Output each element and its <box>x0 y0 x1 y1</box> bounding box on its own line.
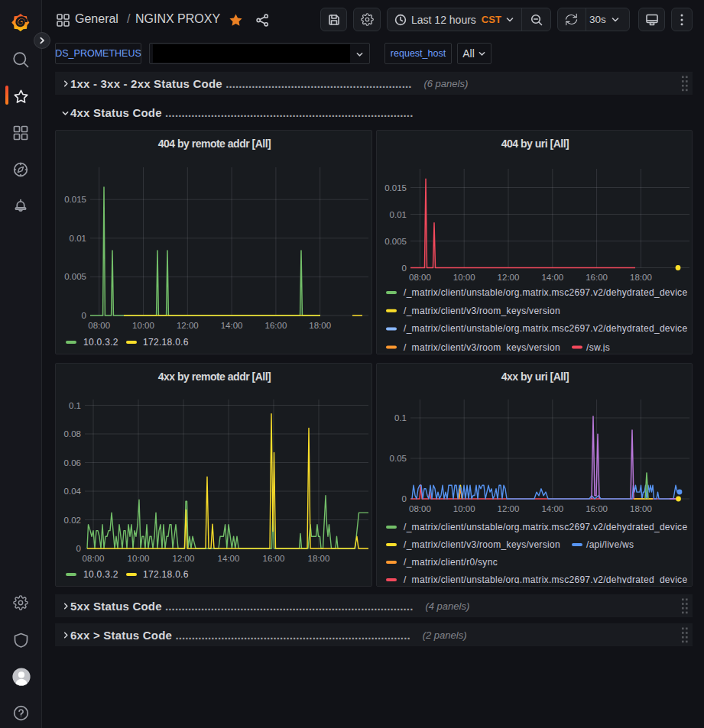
svg-text:0.08: 0.08 <box>64 429 81 438</box>
svg-text:4xx by remote addr [All]: 4xx by remote addr [All] <box>158 370 271 383</box>
svg-text:10.0.3.2: 10.0.3.2 <box>83 569 118 580</box>
svg-text:08:00: 08:00 <box>409 273 431 282</box>
svg-text:10:00: 10:00 <box>453 504 475 513</box>
svg-text:/_matrix/client/unstable/org.m: /_matrix/client/unstable/org.matrix.msc2… <box>404 522 687 532</box>
svg-text:0.01: 0.01 <box>70 234 86 243</box>
svg-text:0.1: 0.1 <box>69 401 81 410</box>
svg-text:16:00: 16:00 <box>265 321 287 330</box>
svg-text:12:00: 12:00 <box>498 273 520 282</box>
svg-text:10:00: 10:00 <box>128 554 150 563</box>
svg-text:08:00: 08:00 <box>409 504 431 513</box>
svg-text:0.1: 0.1 <box>394 413 407 422</box>
svg-text:/_matrix/client/r0/sync: /_matrix/client/r0/sync <box>404 557 498 568</box>
svg-text:0.005: 0.005 <box>64 272 86 281</box>
svg-text:18:00: 18:00 <box>630 504 652 513</box>
svg-text:/_matrix/client/v3/room_keys/v: /_matrix/client/v3/room_keys/version <box>404 539 560 550</box>
svg-text:0: 0 <box>82 311 86 320</box>
svg-text:172.18.0.6: 172.18.0.6 <box>143 569 189 580</box>
svg-text:/_matrix/client/v3/room_keys/v: /_matrix/client/v3/room_keys/version <box>404 306 560 316</box>
svg-text:08:00: 08:00 <box>83 554 105 563</box>
svg-text:0.02: 0.02 <box>64 516 81 525</box>
svg-text:/_matrix/client/unstable/org.m: /_matrix/client/unstable/org.matrix.msc2… <box>404 287 687 298</box>
svg-text:0.015: 0.015 <box>384 183 407 193</box>
svg-text:18:00: 18:00 <box>309 321 331 330</box>
svg-text:14:00: 14:00 <box>218 554 240 563</box>
svg-text:14:00: 14:00 <box>221 321 243 330</box>
svg-text:16:00: 16:00 <box>263 554 285 563</box>
svg-text:/_matrix/client/unstable/org.m: /_matrix/client/unstable/org.matrix.msc2… <box>404 323 687 334</box>
svg-text:4xx by uri [All]: 4xx by uri [All] <box>501 370 569 383</box>
svg-text:14:00: 14:00 <box>541 504 563 513</box>
svg-text:10:00: 10:00 <box>453 273 475 282</box>
svg-text:404 by remote addr [All]: 404 by remote addr [All] <box>158 138 271 150</box>
svg-text:12:00: 12:00 <box>173 554 195 563</box>
svg-text:18:00: 18:00 <box>308 554 330 563</box>
svg-text:172.18.0.6: 172.18.0.6 <box>143 337 189 348</box>
svg-text:404 by uri [All]: 404 by uri [All] <box>501 138 569 150</box>
svg-text:10:00: 10:00 <box>132 321 154 330</box>
svg-text:16:00: 16:00 <box>586 504 608 513</box>
svg-text:0.01: 0.01 <box>390 210 407 219</box>
svg-text:16:00: 16:00 <box>586 273 608 282</box>
svg-text:0.005: 0.005 <box>384 237 407 246</box>
svg-text:/sw.js: /sw.js <box>586 342 610 353</box>
svg-text:/_matrix/client/v3/room_keys/v: /_matrix/client/v3/room_keys/version <box>404 342 560 353</box>
svg-text:0.06: 0.06 <box>64 458 81 468</box>
svg-text:18:00: 18:00 <box>630 273 652 282</box>
svg-text:14:00: 14:00 <box>541 273 563 282</box>
svg-text:0: 0 <box>402 264 407 273</box>
svg-text:0: 0 <box>76 544 81 553</box>
svg-text:/api/live/ws: /api/live/ws <box>586 539 634 550</box>
svg-text:0.015: 0.015 <box>64 195 86 204</box>
svg-text:08:00: 08:00 <box>88 321 110 330</box>
svg-text:12:00: 12:00 <box>177 321 199 330</box>
svg-text:0.04: 0.04 <box>64 487 82 496</box>
svg-text:0: 0 <box>402 494 407 503</box>
svg-text:12:00: 12:00 <box>498 504 520 513</box>
svg-text:0.05: 0.05 <box>390 454 407 463</box>
svg-text:10.0.3.2: 10.0.3.2 <box>83 337 118 348</box>
